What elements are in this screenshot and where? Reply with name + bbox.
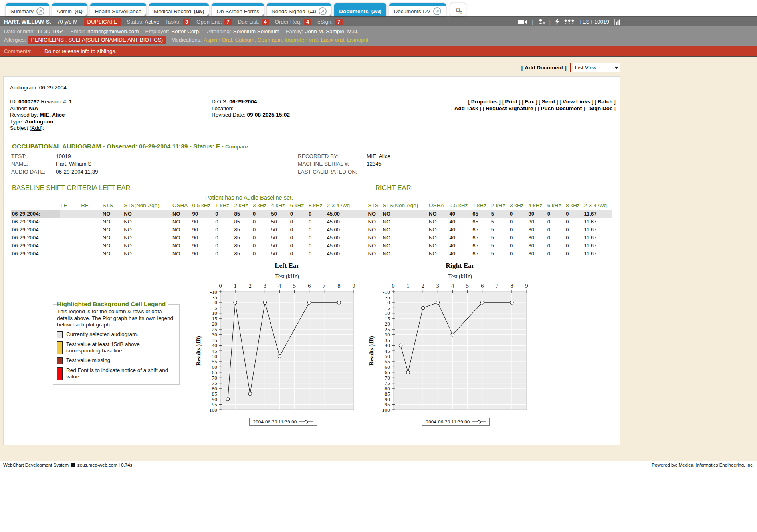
- external-link-icon[interactable]: ↗: [433, 7, 441, 15]
- row-date: 06-29-2004:: [11, 233, 60, 241]
- test-info-right: RECORDED BY:MIE, AliceMACHINE SERIAL #:1…: [298, 152, 390, 176]
- people-icon[interactable]: [564, 19, 575, 25]
- cell-right: 0: [509, 210, 527, 218]
- document-id-link[interactable]: 0000767: [18, 99, 40, 105]
- cell-right: 30: [527, 210, 546, 218]
- counter-badge[interactable]: 4: [304, 19, 311, 25]
- revised-by-link[interactable]: MIE, Alice: [40, 112, 65, 118]
- svg-text:100: 100: [382, 407, 390, 413]
- row-date: 06-29-2004:: [11, 249, 60, 257]
- cell-left: NO: [102, 210, 123, 218]
- send-link[interactable]: Send: [542, 99, 555, 105]
- tab-admin[interactable]: Admin(41): [52, 3, 87, 16]
- video-camera-icon[interactable]: [518, 19, 527, 25]
- left-ear-chart: 0123456789-10-50510152025303540455055606…: [195, 261, 363, 426]
- audiogram-row[interactable]: 06-29-2004:NONONO900850500045.00NONONO40…: [11, 210, 612, 218]
- subject-add-link[interactable]: Add: [31, 125, 41, 131]
- audiogram-row[interactable]: 06-29-2004:NONONO900850500045.00NONONO40…: [11, 225, 612, 233]
- tab-documents[interactable]: Documents(288): [334, 3, 386, 16]
- svg-text:7: 7: [495, 283, 498, 289]
- counter-badge[interactable]: 4: [262, 19, 269, 25]
- view-links-link[interactable]: View Links: [563, 99, 591, 105]
- tab-on-screen-forms[interactable]: On Screen Forms: [212, 3, 264, 16]
- audiogram-row[interactable]: 06-29-2004:NONONO900850500045.00NONONO40…: [11, 233, 612, 241]
- cell-left: NO: [172, 210, 191, 218]
- print-link[interactable]: Print: [505, 99, 517, 105]
- allergies-value[interactable]: PENICILLINS , SULFA(SULFONAMIDE ANTIBIOT…: [28, 36, 166, 44]
- demo-label: Family:: [286, 28, 303, 34]
- sign-doc-link[interactable]: Sign Doc: [589, 105, 613, 111]
- cell-right: 0: [565, 210, 583, 218]
- view-mode-select[interactable]: List View: [573, 63, 620, 72]
- cell-right: NO: [382, 241, 428, 249]
- add-task-link[interactable]: Add Task: [454, 105, 478, 111]
- subject-prefix: Subject (: [10, 125, 31, 131]
- legend-swatch: [57, 367, 63, 380]
- audiogram-row[interactable]: 06-29-2004:NONONO900850500045.00NONONO40…: [11, 249, 612, 257]
- counter-badge[interactable]: 7: [224, 19, 232, 25]
- cell-left: NO: [172, 233, 191, 241]
- counter-badge[interactable]: 3: [183, 19, 190, 25]
- cell-right: 65: [472, 233, 490, 241]
- field-label-machine-serial: MACHINE SERIAL #:: [298, 160, 367, 168]
- fax-link[interactable]: Fax: [525, 99, 534, 105]
- svg-text:0: 0: [392, 283, 395, 289]
- cell-left: NO: [102, 241, 123, 249]
- settings-gear-button[interactable]: ⚙ ⚙: [450, 3, 466, 16]
- properties-link[interactable]: Properties: [471, 99, 498, 105]
- add-person-icon[interactable]: [538, 19, 545, 25]
- col-right-2-khz: 2 kHz: [491, 202, 509, 210]
- cell-right: 30: [527, 249, 546, 257]
- demo-label: Attending:: [207, 28, 231, 34]
- cell-left: 45.00: [326, 218, 357, 225]
- tab-medical-record[interactable]: Medical Record(185): [149, 3, 209, 16]
- audiogram-row[interactable]: 06-29-2004:NONONO900850500045.00NONONO40…: [11, 218, 612, 225]
- col-right-osha: OSHA: [428, 202, 449, 210]
- required-indicator: [570, 63, 571, 72]
- tab-label: Admin: [57, 8, 72, 14]
- medication-calcium: Calcium,: [235, 37, 257, 43]
- tab-health-surveillance[interactable]: Health Surveillance: [90, 3, 146, 16]
- tab-needs-signed[interactable]: Needs Signed(12)↗: [267, 3, 331, 16]
- cell-left: 85: [234, 218, 252, 225]
- external-link-icon[interactable]: ↗: [36, 7, 44, 15]
- tab-summary[interactable]: Summary↗: [6, 3, 49, 16]
- cell-right: NO: [367, 249, 382, 257]
- chart-stats-icon[interactable]: [614, 19, 621, 25]
- duplicate-flag[interactable]: DUPLICATE: [84, 18, 121, 26]
- add-document-link[interactable]: Add Document: [525, 65, 563, 71]
- compare-link[interactable]: Compare: [225, 144, 248, 150]
- svg-text:Test (kHz): Test (kHz): [448, 273, 472, 280]
- request-signature-link[interactable]: Request Signature: [486, 105, 533, 111]
- col-right-1-khz: 1 kHz: [472, 202, 490, 210]
- col-left-re: RE: [80, 202, 102, 210]
- cell-left: 85: [234, 225, 252, 233]
- divider: |: [521, 65, 523, 71]
- lightning-icon[interactable]: [555, 19, 559, 25]
- bracket: [: [522, 99, 525, 105]
- svg-text:4: 4: [451, 283, 454, 289]
- cell-gap: [357, 233, 367, 241]
- legend-item-label: Test value missing.: [66, 357, 112, 364]
- bracket: [: [559, 99, 563, 105]
- occupational-audiogram-section: OCCUPATIONAL AUDIOGRAM - Observed: 06-29…: [7, 143, 616, 439]
- tab-documents-dv[interactable]: Documents-DV↗: [389, 3, 446, 16]
- dos-value: 06-29-2004: [229, 99, 257, 105]
- bracket: ]: [612, 105, 616, 111]
- allergies-label: Allergies:: [4, 37, 26, 43]
- counter-badge[interactable]: 7: [335, 19, 343, 25]
- demographics-row-1: Date of birth:11-30-1954Email:horner@mie…: [0, 27, 625, 35]
- batch-link[interactable]: Batch: [598, 99, 613, 105]
- cell-right: NO: [428, 241, 449, 249]
- section-title: OCCUPATIONAL AUDIOGRAM - Observed: 06-29…: [11, 143, 251, 150]
- external-link-icon[interactable]: ↗: [319, 7, 327, 15]
- medications-list: Aspirin Oral, Calcium, Coumadin, ibuprof…: [204, 37, 368, 43]
- svg-text:7: 7: [323, 283, 325, 289]
- author-label: Author:: [10, 105, 28, 111]
- cell-right: 5: [491, 233, 509, 241]
- series-label: 2004-06-29 11:39:00: [426, 419, 470, 425]
- cell-right: NO: [367, 225, 382, 233]
- push-document-link[interactable]: Push Document: [541, 105, 582, 111]
- audiogram-row[interactable]: 06-29-2004:NONONO900850500045.00NONONO40…: [11, 241, 612, 249]
- cell-left: 0: [289, 218, 308, 225]
